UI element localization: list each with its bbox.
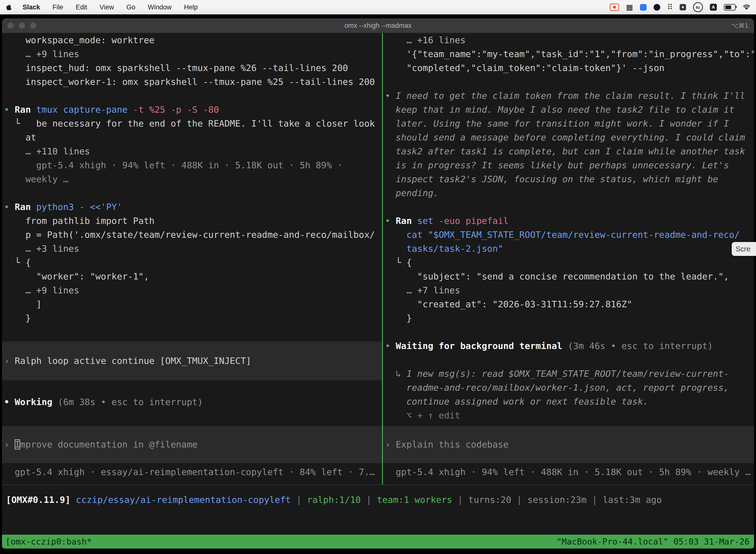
terminal-line: • Waiting for background terminal (3m 46…: [385, 339, 754, 353]
left-input[interactable]: › Improve documentation in @filename: [2, 426, 382, 463]
terminal-window: omx --xhigh --madmax ⌥⌘1 workspace_mode:…: [2, 18, 754, 549]
menu-item-file[interactable]: File: [46, 0, 70, 14]
terminal-text-segment: inspect_worker-1: omx sparkshell --tmux-…: [4, 77, 375, 87]
battery-percent-badge[interactable]: 61: [693, 2, 703, 12]
terminal-text-segment: team:1 workers: [377, 495, 452, 505]
terminal-line: [OMX#0.11.9] cczip/essay/ai-reimplementa…: [6, 493, 754, 507]
terminal-text-segment: … +110 lines: [4, 146, 90, 156]
input-source-icon[interactable]: A: [710, 4, 717, 11]
terminal-text-segment: set: [417, 216, 439, 226]
terminal-line: continue assigned work or next feasible …: [385, 395, 754, 408]
waiting-line: • Waiting for background terminal (3m 46…: [383, 339, 754, 353]
terminal-text-segment: ↳: [385, 369, 406, 379]
terminal-line: }: [4, 311, 382, 325]
terminal-text-segment: python3 - <<'PY': [36, 202, 122, 212]
working-line: • Working (6m 38s • esc to interrupt): [2, 395, 382, 409]
terminal-line: "completed","claim_token":"claim-token"}…: [385, 61, 754, 75]
terminal-text-segment: •: [385, 91, 396, 101]
terminal-line: cat "$OMX_TEAM_STATE_ROOT/team/review-cu…: [385, 228, 754, 242]
terminal-text-segment: |: [586, 495, 603, 505]
window-shortcut-hint: ⌥⌘1: [731, 22, 749, 29]
terminal-text-segment: -euo pipefail: [439, 216, 509, 226]
terminal-text-segment: ›: [4, 439, 15, 449]
right-input[interactable]: › Explain this codebase: [383, 426, 754, 463]
window-titlebar[interactable]: omx --xhigh --madmax ⌥⌘1: [2, 18, 754, 33]
terminal-text-segment: Ran: [396, 216, 417, 226]
blue-app-icon[interactable]: [640, 4, 647, 11]
macos-menu-bar: Slack File Edit View Go Window Help ▦ ⠿ …: [0, 0, 756, 14]
terminal-line: "subject": "send a concise recommendatio…: [385, 270, 754, 283]
terminal-line: … +3 lines: [4, 242, 382, 256]
desktop: Slack File Edit View Go Window Help ▦ ⠿ …: [0, 0, 756, 554]
menu-item-view[interactable]: View: [93, 0, 120, 14]
terminal-line: p = Path('.omx/state/team/review-current…: [4, 228, 382, 242]
terminal-text-segment: … +3 lines: [4, 243, 79, 254]
terminal-text-segment: [OMX#0.11.9]: [6, 495, 70, 505]
terminal-line: "created_at": "2026-03-31T11:59:27.816Z": [385, 297, 754, 311]
terminal-text-segment: └ be necessary for the end of the README…: [4, 118, 375, 128]
terminal-text-segment: }: [385, 313, 412, 323]
json-output: … +16 lines '{"team_name":"my-team","tas…: [383, 33, 754, 75]
terminal-text-segment: gpt-5.4 xhigh · 94% left · 488K in · 5.1…: [385, 467, 751, 477]
terminal-text-segment: •: [385, 341, 396, 351]
grid-app-icon[interactable]: ▦: [626, 3, 633, 11]
apple-logo-icon: [6, 4, 11, 10]
terminal-text-segment: turns:20: [468, 495, 511, 505]
terminal-text-segment: "worker": "worker-1",: [4, 271, 149, 281]
terminal-text-segment: |: [291, 495, 307, 505]
terminal-line: ]: [4, 297, 382, 311]
terminal-line: › Improve documentation in @filename: [4, 438, 382, 451]
terminal-text-segment: |: [511, 495, 527, 505]
terminal-text-segment: ]: [4, 299, 42, 309]
terminal-text-segment: from pathlib import Path: [4, 216, 154, 226]
terminal-text-segment: |: [452, 495, 468, 505]
terminal-line: from pathlib import Path: [4, 214, 382, 228]
ran-python-block: • Ran python3 - <<'PY' from pathlib impo…: [2, 200, 382, 325]
menu-item-go[interactable]: Go: [120, 0, 142, 14]
terminal-text-segment: Explain this codebase: [396, 439, 508, 449]
terminal-text-segment: Working: [15, 397, 58, 407]
terminal-line: weekly …: [4, 172, 382, 186]
menu-item-window[interactable]: Window: [142, 0, 178, 14]
terminal-text-segment: session:23m: [527, 495, 586, 505]
terminal-text-segment: … +16 lines: [385, 35, 465, 45]
terminal-text-segment: … +9 lines: [4, 49, 79, 59]
terminal-line: "worker": "worker-1",: [4, 270, 382, 283]
terminal-line: gpt-5.4 xhigh · 94% left · 488K in · 5.1…: [4, 158, 382, 172]
terminal-text-segment: cat "$OMX_TEAM_STATE_ROOT/team/review-cu…: [385, 230, 740, 240]
utility-app-icon[interactable]: [680, 4, 686, 10]
menu-status-icons: ▦ ⠿ 61 A: [610, 2, 756, 12]
screen-popover[interactable]: Scre: [732, 242, 756, 256]
menu-app-name[interactable]: Slack: [16, 0, 46, 14]
terminal-text-segment: last:3m ago: [603, 495, 662, 505]
terminal-line: readme-and-reco/mailbox/worker-1.json, a…: [385, 381, 754, 395]
left-pane[interactable]: workspace_mode: worktree … +9 lines insp…: [2, 33, 382, 485]
screen-recording-icon[interactable]: [610, 3, 619, 11]
terminal-line: gpt-5.4 xhigh · 94% left · 488K in · 5.1…: [385, 465, 754, 479]
wifi-icon[interactable]: [743, 4, 751, 10]
terminal-text-segment: pending.: [385, 188, 439, 198]
menu-item-edit[interactable]: Edit: [69, 0, 93, 14]
terminal-text-segment: └ {: [4, 258, 31, 268]
menu-item-help[interactable]: Help: [178, 0, 204, 14]
terminal-text-segment: is in progress? It seems likely but perh…: [385, 160, 729, 170]
right-pane[interactable]: … +16 lines '{"team_name":"my-team","tas…: [383, 33, 754, 485]
terminal-text-segment: weekly …: [4, 174, 68, 184]
battery-icon[interactable]: [724, 4, 736, 11]
dots-grid-icon[interactable]: ⠿: [667, 3, 673, 11]
terminal-text-segment: 1 new msg(s): read $OMX_TEAM_STATE_ROOT/…: [406, 369, 729, 379]
dark-app-icon[interactable]: [653, 4, 660, 11]
apple-menu-icon[interactable]: [6, 4, 16, 10]
terminal-text-segment: '{"team_name":"my-team","task_id":"1","f…: [385, 49, 754, 59]
terminal-text-segment: p = Path('.omx/state/team/review-current…: [4, 230, 375, 240]
terminal-text-segment: gpt-5.4 xhigh · 94% left · 488K in · 5.1…: [4, 160, 342, 170]
config-output: workspace_mode: worktree … +9 lines insp…: [2, 33, 382, 89]
terminal-text-segment: ralph:1/10: [307, 495, 361, 505]
terminal-text-segment: •: [385, 216, 396, 226]
terminal-text-segment: Waiting for background terminal: [396, 341, 568, 351]
window-title: omx --xhigh --madmax: [2, 22, 754, 30]
terminal-text-segment: (6m 38s • esc to interrupt): [58, 397, 203, 407]
tmux-session-label: [omx-cczip0:bash*: [5, 537, 92, 547]
terminal-line: … +16 lines: [385, 33, 754, 47]
ralph-banner[interactable]: › Ralph loop active continue [OMX_TMUX_I…: [2, 341, 382, 380]
